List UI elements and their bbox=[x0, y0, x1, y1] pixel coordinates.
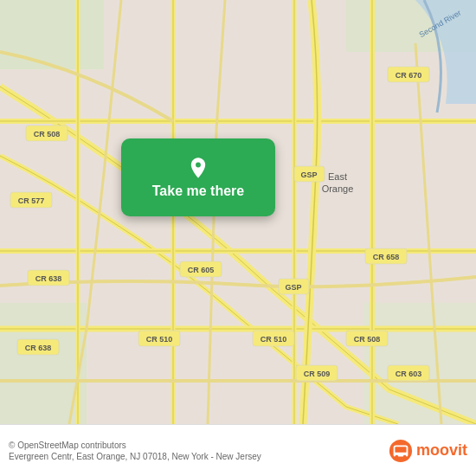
moovit-text: moovit bbox=[416, 441, 467, 460]
take-me-there-button[interactable]: Take me there bbox=[121, 138, 275, 216]
svg-text:CR 603: CR 603 bbox=[396, 370, 422, 378]
svg-rect-1 bbox=[0, 0, 104, 69]
map-area: CR 508 CR 577 CR 638 CR 638 CR 605 CR 51… bbox=[0, 0, 476, 424]
svg-text:CR 510: CR 510 bbox=[261, 335, 287, 344]
svg-text:CR 577: CR 577 bbox=[18, 196, 45, 205]
svg-text:CR 509: CR 509 bbox=[304, 370, 331, 378]
svg-text:CR 510: CR 510 bbox=[146, 335, 173, 344]
openstreetmap-credit: © OpenStreetMap contributors bbox=[9, 441, 126, 450]
svg-text:CR 508: CR 508 bbox=[354, 335, 381, 344]
location-pin-icon bbox=[186, 156, 210, 180]
svg-rect-4 bbox=[363, 303, 476, 424]
svg-point-40 bbox=[403, 454, 407, 458]
svg-text:CR 638: CR 638 bbox=[25, 344, 52, 352]
moovit-logo: moovit bbox=[389, 439, 467, 463]
svg-text:GSP: GSP bbox=[300, 170, 317, 179]
svg-text:CR 508: CR 508 bbox=[34, 130, 61, 138]
svg-text:CR 638: CR 638 bbox=[35, 274, 62, 283]
svg-text:CR 658: CR 658 bbox=[373, 253, 400, 261]
take-me-there-label: Take me there bbox=[152, 183, 244, 199]
svg-text:CR 605: CR 605 bbox=[188, 266, 215, 274]
svg-point-39 bbox=[395, 454, 398, 458]
attribution-text: © OpenStreetMap contributors Evergreen C… bbox=[9, 440, 382, 462]
address-text: Evergreen Centr, East Orange, NJ 07018, … bbox=[9, 452, 261, 461]
svg-rect-38 bbox=[395, 447, 406, 453]
footer-bar: © OpenStreetMap contributors Evergreen C… bbox=[0, 424, 476, 476]
svg-point-36 bbox=[196, 163, 201, 168]
svg-text:East: East bbox=[328, 171, 347, 182]
moovit-bus-icon bbox=[389, 439, 413, 463]
svg-text:CR 670: CR 670 bbox=[396, 71, 422, 80]
svg-text:Orange: Orange bbox=[322, 183, 354, 194]
svg-text:GSP: GSP bbox=[285, 283, 301, 292]
